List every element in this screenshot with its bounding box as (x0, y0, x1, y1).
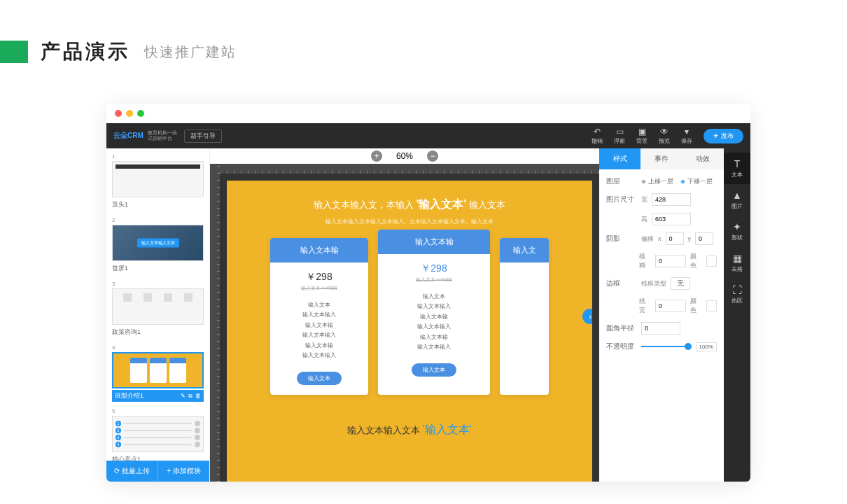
app-window: 云朵CRM 教育机构一站式营销平台 新手引导 ↶撤销 ▭浮窗 ▣背景 👁预览 ▾… (106, 104, 750, 482)
radius-input[interactable] (641, 322, 680, 335)
undo-icon: ↶ (594, 127, 601, 136)
canvas-footer-text[interactable]: 输入文本输入文本 '输入文本' (227, 423, 592, 438)
canvas-content[interactable]: 输入文本输入文，本输入 '输入文本' 输入文本 输入文本输入文本输入文本输入、文… (227, 181, 592, 482)
table-icon: ▦ (724, 253, 750, 264)
hotspot-icon: ⛶ (724, 284, 750, 295)
opacity-value: 100% (696, 342, 717, 351)
shadow-blur-input[interactable] (655, 255, 686, 267)
border-type-select[interactable]: 无 (671, 277, 690, 290)
edit-icon[interactable]: ✎ (181, 393, 186, 400)
delete-icon[interactable]: 🗑 (195, 393, 201, 400)
card-1-button[interactable]: 输入文本 (297, 372, 342, 385)
ruler-horizontal (220, 164, 599, 174)
canvas-subheading[interactable]: 输入文本输入文本输入文本输入、文本输入文本输入文本、输入文本 (227, 218, 592, 225)
background-icon: ▣ (638, 127, 646, 136)
canvas-area: + 60% − 输入文本输入文，本输入 '输入文本' 输入文本 输入文本输入文本… (210, 148, 599, 482)
batch-upload-button[interactable]: ⟳ 批量上传 (106, 461, 158, 482)
zoom-out-button[interactable]: − (427, 150, 438, 162)
price-card-3[interactable]: 输入文 (500, 238, 549, 395)
layer-down-button[interactable]: ◈下移一层 (680, 177, 713, 186)
shape-icon: ✦ (724, 221, 750, 232)
logo-icon: 云朵CRM (113, 131, 144, 141)
save-button[interactable]: ▾保存 (681, 127, 692, 145)
add-module-button[interactable]: + 添加模块 (158, 461, 209, 482)
left-panel: 1 页头1 2 输入文本输入文本 首屏1 3 政策咨询1 4 (106, 148, 210, 482)
zoom-value: 60% (396, 151, 413, 161)
accent-bar (0, 41, 28, 63)
layer-down-icon: ◈ (680, 178, 685, 185)
float-button[interactable]: ▭浮窗 (614, 127, 625, 145)
rail-text[interactable]: T文本 (724, 153, 750, 184)
save-icon: ▾ (685, 127, 689, 136)
undo-button[interactable]: ↶撤销 (592, 127, 603, 145)
height-input[interactable] (652, 213, 691, 225)
ruler-vertical (210, 164, 220, 482)
thumb-classes[interactable]: 4 班型介绍1 ✎ ⧉ 🗑 (112, 344, 204, 402)
tab-style[interactable]: 样式 (599, 148, 640, 169)
rail-shape[interactable]: ✦形状 (724, 216, 750, 247)
minimize-dot-icon[interactable] (126, 110, 133, 117)
zoom-bar: + 60% − (210, 148, 599, 164)
text-icon: T (724, 158, 750, 169)
price-card-1[interactable]: 输入文本输 ￥298 输入文本++¥998 输入文本输入文本输入输入文本输 输入… (270, 238, 368, 395)
page-title: 产品演示 (41, 38, 130, 65)
rail-hotspot[interactable]: ⛶热区 (724, 279, 750, 310)
logo-tagline: 教育机构一站式营销平台 (148, 130, 177, 141)
window-chrome (106, 104, 750, 123)
thumb-hero[interactable]: 2 输入文本输入文本 首屏1 (112, 216, 204, 274)
guide-button[interactable]: 新手引导 (184, 130, 222, 143)
image-icon: ▲ (724, 190, 750, 201)
next-card-button[interactable]: › (582, 309, 592, 324)
canvas-heading[interactable]: 输入文本输入文，本输入 '输入文本' 输入文本 (227, 181, 592, 218)
logo: 云朵CRM 教育机构一站式营销平台 (113, 130, 177, 141)
thumb-selling-points[interactable]: 5 1 2 3 4 核心卖点1 (112, 407, 204, 461)
shadow-y-input[interactable] (695, 232, 713, 245)
thumb-header[interactable]: 1 页头1 (112, 153, 204, 211)
card-2-button[interactable]: 输入文本 (412, 363, 456, 377)
rail-image[interactable]: ▲图片 (724, 184, 750, 216)
copy-icon[interactable]: ⧉ (188, 393, 192, 400)
price-card-2[interactable]: 输入文本输 ￥298 输入文本++¥998 输入文本输入文本输入输入文本输 输入… (378, 230, 490, 395)
opacity-slider[interactable] (641, 346, 692, 347)
publish-button[interactable]: ✈ 发布 (704, 129, 743, 144)
border-color-picker[interactable] (706, 300, 717, 312)
border-width-input[interactable] (655, 300, 686, 312)
rail-table[interactable]: ▦表格 (724, 247, 750, 279)
layer-up-button[interactable]: ◈上移一层 (641, 177, 673, 186)
thumb-policy[interactable]: 3 政策咨询1 (112, 280, 204, 338)
shadow-color-picker[interactable] (706, 255, 717, 267)
layer-up-icon: ◈ (641, 178, 646, 185)
tab-event[interactable]: 事件 (640, 148, 682, 169)
page-subtitle: 快速推广建站 (144, 43, 237, 62)
zoom-in-button[interactable]: + (371, 150, 382, 162)
preview-button[interactable]: 👁预览 (659, 127, 670, 145)
pricing-cards: 输入文本输 ￥298 输入文本++¥998 输入文本输入文本输入输入文本输 输入… (227, 238, 592, 395)
tab-animation[interactable]: 动效 (682, 148, 724, 169)
eye-icon: 👁 (660, 127, 668, 136)
background-button[interactable]: ▣背景 (636, 127, 648, 145)
properties-panel: 样式 事件 动效 图层 ◈上移一层 ◈下移一层 图片尺寸 宽 (599, 148, 724, 482)
width-input[interactable] (652, 193, 691, 206)
float-icon: ▭ (616, 127, 624, 136)
tool-rail: T文本 ▲图片 ✦形状 ▦表格 ⛶热区 (724, 148, 750, 482)
topbar: 云朵CRM 教育机构一站式营销平台 新手引导 ↶撤销 ▭浮窗 ▣背景 👁预览 ▾… (106, 123, 750, 148)
maximize-dot-icon[interactable] (137, 110, 144, 117)
close-dot-icon[interactable] (115, 110, 122, 117)
shadow-x-input[interactable] (666, 232, 684, 245)
